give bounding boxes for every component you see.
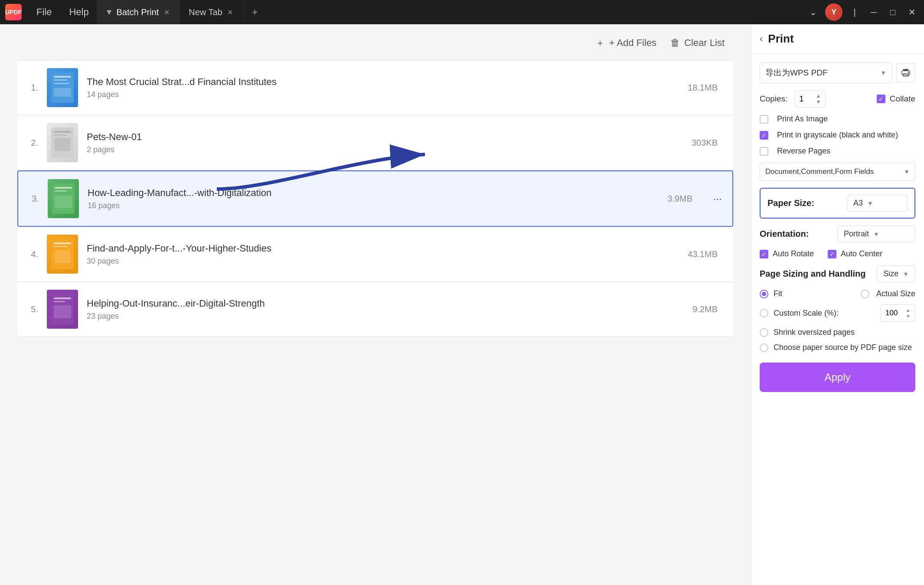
print-grayscale-checkbox[interactable]: ✓ xyxy=(760,131,768,140)
reverse-pages-checkbox[interactable] xyxy=(760,147,768,156)
shrink-label: Shrink oversized pages xyxy=(774,328,855,337)
auto-rotate-checkbox[interactable]: ✓ xyxy=(760,250,768,258)
increment-icon[interactable]: ▲ xyxy=(816,93,821,98)
tab-close-new-tab[interactable]: ✕ xyxy=(226,8,235,16)
svg-rect-19 xyxy=(54,301,65,302)
file-info: How-Leading-Manufact...-with-Digitalizat… xyxy=(88,187,659,210)
auto-rotate-option[interactable]: ✓ Auto Rotate xyxy=(760,249,814,258)
fit-radio[interactable] xyxy=(760,290,768,298)
tab-new-tab[interactable]: New Tab ✕ xyxy=(180,0,243,24)
main-area: ＋ + Add Files 🗑 Clear List 1. The Most C… xyxy=(0,24,924,585)
printer-dropdown[interactable]: 导出为WPS PDF ▼ xyxy=(760,62,892,83)
collate-checkbox[interactable]: ✓ xyxy=(877,95,885,103)
choose-paper-label: Choose paper source by PDF page size xyxy=(774,343,912,352)
svg-rect-15 xyxy=(54,246,68,247)
file-list-area: ＋ + Add Files 🗑 Clear List 1. The Most C… xyxy=(0,24,751,585)
orientation-row: Orientation: Portrait ▼ xyxy=(760,226,915,242)
panel-title: Print xyxy=(768,32,793,46)
actual-size-radio[interactable] xyxy=(861,290,869,298)
new-tab-button[interactable]: + xyxy=(247,4,263,20)
fit-option-row: Fit Actual Size xyxy=(760,289,915,298)
file-pages: 2 pages xyxy=(87,145,683,154)
minimize-button[interactable]: ─ xyxy=(867,5,881,19)
file-size: 3.9MB xyxy=(667,194,692,204)
svg-point-25 xyxy=(908,72,909,73)
tab-close-batch-print[interactable]: ✕ xyxy=(162,8,171,16)
scale-increment-icon[interactable]: ▲ xyxy=(906,307,911,313)
dropdown-arrow-icon: ▼ xyxy=(880,69,886,76)
choose-paper-row: Choose paper source by PDF page size xyxy=(760,343,915,352)
list-item: 2. Pets-New-01 2 pages 303KB xyxy=(17,115,733,170)
auto-options-row: ✓ Auto Rotate ✓ Auto Center xyxy=(760,249,915,258)
nav-bar: File Help xyxy=(29,4,97,20)
nav-file[interactable]: File xyxy=(29,4,59,20)
shrink-radio[interactable] xyxy=(760,328,768,337)
decrement-icon[interactable]: ▼ xyxy=(816,99,821,105)
tab-bar: ▼ Batch Print ✕ New Tab ✕ + xyxy=(97,0,806,24)
page-sizing-label: Page Sizing and Handling xyxy=(760,269,865,279)
file-number: 5. xyxy=(24,304,38,314)
svg-rect-10 xyxy=(55,187,72,189)
custom-scale-radio[interactable] xyxy=(760,309,768,317)
plus-icon: ＋ xyxy=(595,36,605,49)
auto-center-label: Auto Center xyxy=(841,249,882,258)
add-files-button[interactable]: ＋ + Add Files xyxy=(595,36,656,49)
file-name: The Most Crucial Strat...d Financial Ins… xyxy=(87,76,679,88)
file-options-button[interactable]: ··· xyxy=(710,189,725,208)
collate-label: Collate xyxy=(890,94,915,104)
app-logo[interactable]: UPDF xyxy=(5,4,22,20)
scale-decrement-icon[interactable]: ▼ xyxy=(906,314,911,319)
clear-list-button[interactable]: 🗑 Clear List xyxy=(670,37,725,49)
svg-rect-23 xyxy=(903,69,908,71)
document-type-dropdown[interactable]: Document,Comment,Form Fields ▼ xyxy=(760,163,915,181)
back-button[interactable]: ‹ xyxy=(760,33,763,45)
auto-center-option[interactable]: ✓ Auto Center xyxy=(828,249,882,258)
panel-body: 导出为WPS PDF ▼ Copies: 1 xyxy=(751,54,924,401)
printer-settings-button[interactable] xyxy=(896,63,915,82)
reverse-pages-row: Reverse Pages xyxy=(760,147,915,156)
file-number: 1. xyxy=(24,83,38,93)
file-size: 303KB xyxy=(692,138,718,148)
maximize-button[interactable]: □ xyxy=(886,5,900,19)
tab-batch-print[interactable]: ▼ Batch Print ✕ xyxy=(97,0,180,24)
orientation-dropdown[interactable]: Portrait ▼ xyxy=(837,226,915,242)
file-thumbnail xyxy=(48,179,79,218)
nav-help[interactable]: Help xyxy=(61,4,96,20)
dropdown-arrow-icon: ▼ xyxy=(867,200,873,207)
print-as-image-row: Print As Image xyxy=(760,114,915,124)
copies-spinner[interactable]: ▲ ▼ xyxy=(816,93,821,105)
file-size: 43.1MB xyxy=(688,249,718,259)
auto-center-checkbox[interactable]: ✓ xyxy=(828,250,836,258)
print-as-image-label: Print As Image xyxy=(777,114,828,124)
page-size-type-dropdown[interactable]: Size ▼ xyxy=(877,265,915,282)
list-item: 3. How-Leading-Manufact...-with-Digitali… xyxy=(17,170,733,227)
choose-paper-radio[interactable] xyxy=(760,343,768,352)
apply-button[interactable]: Apply xyxy=(760,363,915,392)
chevron-down-icon[interactable]: ⌄ xyxy=(806,5,820,19)
paper-size-dropdown[interactable]: A3 ▼ xyxy=(847,195,908,212)
actual-size-label: Actual Size xyxy=(876,289,915,298)
list-toolbar: ＋ + Add Files 🗑 Clear List xyxy=(17,36,733,49)
dropdown-arrow-icon: ▼ xyxy=(873,231,879,238)
custom-scale-label: Custom Scale (%): xyxy=(774,309,839,318)
close-button[interactable]: ✕ xyxy=(905,5,919,19)
svg-rect-18 xyxy=(54,297,71,299)
file-name: Helping-Out-Insuranc...eir-Digital-Stren… xyxy=(87,298,684,309)
paper-size-section: Paper Size: A3 ▼ xyxy=(760,188,915,219)
paper-size-row: Paper Size: A3 ▼ xyxy=(767,195,908,212)
avatar[interactable]: Y xyxy=(825,3,842,21)
file-size: 9.2MB xyxy=(692,304,718,314)
file-pages: 30 pages xyxy=(87,257,679,266)
print-as-image-checkbox[interactable] xyxy=(760,115,768,124)
copies-input[interactable]: 1 ▲ ▼ xyxy=(794,90,826,108)
list-item: 5. Helping-Out-Insuranc...eir-Digital-St… xyxy=(17,282,733,337)
fit-label: Fit xyxy=(774,289,782,298)
file-info: Pets-New-01 2 pages xyxy=(87,131,683,154)
file-info: The Most Crucial Strat...d Financial Ins… xyxy=(87,76,679,99)
file-thumbnail xyxy=(47,68,78,107)
svg-rect-4 xyxy=(54,88,71,97)
list-item: 4. Find-and-Apply-For-t...-Your-Higher-S… xyxy=(17,227,733,282)
orientation-label: Orientation: xyxy=(760,229,809,239)
svg-rect-7 xyxy=(54,134,67,136)
custom-scale-input[interactable]: 100 ▲ ▼ xyxy=(881,304,915,322)
